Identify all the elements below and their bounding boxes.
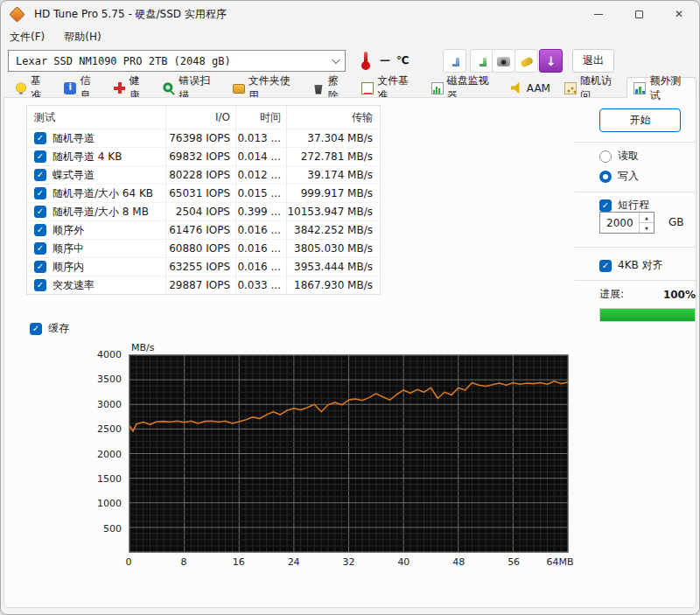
menu-help[interactable]: 帮助(H) [64,30,101,45]
row-checkbox[interactable] [34,242,46,255]
time-value: 0.016 ... [235,258,286,276]
cache-row[interactable]: 缓存 [30,321,69,336]
benchmark-icon [15,82,27,94]
drive-select[interactable]: Lexar SSD NM1090 PRO 2TB (2048 gB) [8,50,346,72]
row-checkbox[interactable] [34,187,46,199]
tab-disk-monitor[interactable]: 磁盘监视器 [424,77,504,98]
minimize-icon [594,14,603,15]
table-row[interactable]: 突发速率29887 IOPS0.033 ...1867.930 MB/s [27,276,380,294]
align-4kb-checkbox[interactable] [599,260,612,272]
tab-random-access[interactable]: 随机访问 [557,77,627,98]
tab-folder[interactable]: 文件夹使用 [226,77,305,98]
short-stroke-checkbox[interactable] [599,199,612,212]
divider [575,192,696,192]
tab-health[interactable]: 健康 [107,77,156,98]
table-row[interactable]: 随机寻道 4 KB69832 IOPS0.014 ...272.781 MB/s [27,147,380,165]
copy-image-icon [475,54,488,67]
short-stroke-size-spinner[interactable]: 2000 ▲ ▼ [599,212,654,234]
io-value: 29887 IOPS [165,276,235,294]
table-row[interactable]: 顺序外61476 IOPS0.016 ...3842.252 MB/s [27,220,380,239]
col-header-test: 测试 [27,110,165,125]
test-name: 顺序内 [52,260,84,275]
tab-file-benchmark[interactable]: 文件基准 [354,77,424,98]
exit-button[interactable]: 退出 [572,49,614,73]
menu-bar: 文件(F) 帮助(H) [1,27,699,46]
save-button[interactable] [514,49,538,73]
x-tick-label: 48 [452,556,465,568]
transfer-value: 3953.444 MB/s [286,258,378,276]
minimize-button[interactable] [578,1,619,27]
short-stroke-label: 短行程 [618,198,649,213]
tab-extra-tests[interactable]: 额外测试 [626,77,696,98]
read-radio-row[interactable]: 读取 [599,149,639,164]
screenshot-button[interactable] [492,49,515,73]
row-checkbox[interactable] [34,279,46,291]
start-button[interactable]: 开始 [599,108,681,132]
table-row[interactable]: 随机寻道/大小 64 KB65031 IOPS0.015 ...999.917 … [27,184,380,202]
download-button[interactable]: ↓ [539,49,563,73]
table-row[interactable]: 随机寻道/大小 8 MB2504 IOPS0.399 ...10153.947 … [27,202,380,220]
cache-label: 缓存 [48,321,69,336]
temperature-value: — [380,54,390,66]
chart-plot-area [129,354,569,553]
tab-label: AAM [527,82,550,94]
io-value: 76398 IOPS [165,129,235,147]
tab-bar: 基准信息健康错误扫描文件夹使用擦除文件基准磁盘监视器AAM随机访问额外测试 [4,76,696,98]
menu-file[interactable]: 文件(F) [10,30,45,45]
table-row[interactable]: 随机寻道76398 IOPS0.013 ...37.304 MB/s [27,129,380,147]
x-tick-label: 16 [233,556,245,568]
tab-info[interactable]: 信息 [57,77,106,98]
table-row[interactable]: 顺序内63255 IOPS0.016 ...3953.444 MB/s [27,257,380,276]
erase-icon [312,82,325,94]
read-radio[interactable] [599,150,612,163]
tab-benchmark[interactable]: 基准 [8,77,57,98]
copy-image-button[interactable] [470,49,494,73]
time-value: 0.016 ... [235,240,286,257]
extra-tests-icon [634,82,646,94]
close-button[interactable]: ✕ [659,1,699,27]
short-stroke-row[interactable]: 短行程 [599,198,649,213]
maximize-icon [635,10,643,18]
transfer-value: 1867.930 MB/s [286,276,378,294]
time-value: 0.016 ... [235,221,286,239]
tab-erase[interactable]: 擦除 [305,77,354,98]
table-row[interactable]: 顺序中60880 IOPS0.016 ...3805.030 MB/s [27,239,380,257]
y-tick-label: 2000 [97,449,122,460]
time-value: 0.014 ... [235,148,286,165]
temperature-unit: ℃ [396,54,410,66]
toolbar: Lexar SSD NM1090 PRO 2TB (2048 gB) — ℃ ↓… [1,46,699,75]
row-checkbox[interactable] [34,132,46,144]
thermometer-icon [356,49,375,72]
row-checkbox[interactable] [34,169,46,181]
spinner-up-icon[interactable]: ▲ [640,213,654,223]
x-tick-label: 40 [397,556,410,568]
align-4kb-row[interactable]: 4KB 对齐 [599,258,663,273]
aam-icon [511,82,523,94]
copy-text-button[interactable] [443,49,466,73]
transfer-value: 3842.252 MB/s [286,221,378,239]
write-radio[interactable] [599,171,612,183]
download-arrow-icon: ↓ [546,54,556,68]
folder-icon [233,84,245,94]
controls-panel: 开始 读取 写入 短行程 2000 ▲ ▼ GB [575,98,697,607]
row-checkbox[interactable] [34,206,46,218]
short-stroke-size-value[interactable]: 2000 [600,213,639,233]
maximize-button[interactable] [619,1,659,27]
tab-scan[interactable]: 错误扫描 [156,77,226,98]
tab-aam[interactable]: AAM [504,77,557,98]
health-icon [114,82,126,94]
window-title: HD Tune Pro 5.75 - 硬盘/SSD 实用程序 [34,7,227,22]
write-radio-row[interactable]: 写入 [599,169,639,184]
io-value: 60880 IOPS [165,240,235,257]
read-radio-label: 读取 [618,149,639,164]
progress-label: 进展: [599,287,624,302]
row-checkbox[interactable] [34,150,46,163]
row-checkbox[interactable] [34,261,46,273]
spinner-down-icon[interactable]: ▼ [640,223,654,233]
table-body: 随机寻道76398 IOPS0.013 ...37.304 MB/s随机寻道 4… [27,129,380,294]
x-tick-label: 8 [180,556,186,568]
cache-checkbox[interactable] [30,323,42,335]
table-row[interactable]: 蝶式寻道80228 IOPS0.012 ...39.174 MB/s [27,165,380,184]
row-checkbox[interactable] [34,224,46,236]
disk-monitor-icon [431,82,444,94]
